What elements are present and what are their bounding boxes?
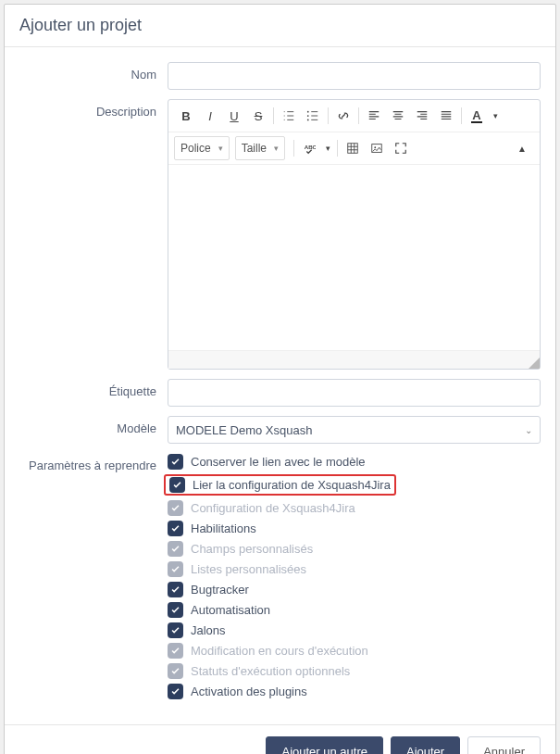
param-item: Listes personnalisées xyxy=(168,560,541,578)
spellcheck-icon[interactable]: ABC xyxy=(297,136,321,160)
param-label: Bugtracker xyxy=(191,583,249,597)
chevron-down-icon: ⌄ xyxy=(525,425,532,435)
checkbox[interactable] xyxy=(168,684,183,699)
param-label: Listes personnalisées xyxy=(191,562,306,576)
param-label: Lier la configuration de Xsquash4Jira xyxy=(193,478,391,492)
params-checkbox-list: Conserver le lien avec le modèleLier la … xyxy=(168,453,541,700)
svg-point-0 xyxy=(307,111,309,113)
checkbox xyxy=(168,643,183,659)
align-right-icon[interactable] xyxy=(410,104,434,128)
param-item: Champs personnalisés xyxy=(168,540,541,558)
add-another-button[interactable]: Ajouter un autre xyxy=(266,736,383,754)
param-label: Jalons xyxy=(191,623,226,637)
align-center-icon[interactable] xyxy=(386,104,410,128)
text-color-icon[interactable]: A xyxy=(465,104,489,128)
rich-text-editor: B I U S xyxy=(168,99,541,370)
param-item: Habilitations xyxy=(168,520,541,537)
description-label: Description xyxy=(19,99,168,119)
text-color-dropdown-icon[interactable]: ▾ xyxy=(489,104,502,128)
editor-statusbar xyxy=(168,350,540,369)
param-label: Habilitations xyxy=(191,522,256,535)
param-item: Modification en cours d'exécution xyxy=(168,642,541,660)
param-item: Configuration de Xsquash4Jira xyxy=(168,499,541,517)
svg-point-2 xyxy=(307,119,309,121)
name-input[interactable] xyxy=(168,62,541,90)
link-icon[interactable] xyxy=(331,104,355,128)
param-label: Automatisation xyxy=(191,603,270,617)
model-selected-value: MODELE Demo Xsquash xyxy=(176,423,312,437)
ordered-list-icon[interactable] xyxy=(277,104,301,128)
add-button[interactable]: Ajouter xyxy=(391,736,460,754)
table-icon[interactable] xyxy=(341,136,365,160)
param-label: Statuts d'exécution optionnels xyxy=(191,664,350,678)
add-project-dialog: Ajouter un projet Nom Description B I U … xyxy=(4,4,556,754)
checkbox xyxy=(168,663,183,679)
checkbox xyxy=(168,561,183,577)
model-label: Modèle xyxy=(19,416,168,435)
unordered-list-icon[interactable] xyxy=(301,104,325,128)
name-label: Nom xyxy=(19,62,168,82)
checkbox xyxy=(168,541,183,557)
dialog-footer: Ajouter un autre Ajouter Annuler xyxy=(5,724,555,754)
fullscreen-icon[interactable] xyxy=(389,136,413,160)
bold-icon[interactable]: B xyxy=(174,104,198,128)
checkbox[interactable] xyxy=(168,582,183,597)
dialog-body: Nom Description B I U S xyxy=(5,47,555,724)
resize-handle-icon[interactable] xyxy=(529,358,540,369)
model-select[interactable]: MODELE Demo Xsquash ⌄ xyxy=(168,416,541,444)
param-item: Automatisation xyxy=(168,601,541,619)
cancel-button[interactable]: Annuler xyxy=(467,736,541,754)
strikethrough-icon[interactable]: S xyxy=(246,104,270,128)
svg-point-6 xyxy=(374,146,376,148)
checkbox[interactable] xyxy=(168,622,183,638)
param-label: Modification en cours d'exécution xyxy=(191,644,368,658)
param-item: Lier la configuration de Xsquash4Jira xyxy=(164,474,396,496)
param-item: Activation des plugins xyxy=(168,683,541,700)
checkbox[interactable] xyxy=(169,477,185,493)
italic-icon[interactable]: I xyxy=(198,104,222,128)
align-justify-icon[interactable] xyxy=(434,104,458,128)
params-label: Paramètres à reprendre xyxy=(19,453,168,472)
svg-point-1 xyxy=(307,115,309,117)
font-size-select[interactable]: Taille xyxy=(235,136,285,160)
param-label: Activation des plugins xyxy=(191,685,307,698)
param-label: Conserver le lien avec le modèle xyxy=(191,455,366,469)
image-icon[interactable] xyxy=(365,136,389,160)
collapse-toolbar-icon[interactable]: ▲ xyxy=(510,136,534,160)
param-item: Conserver le lien avec le modèle xyxy=(168,453,541,471)
checkbox xyxy=(168,500,183,516)
spellcheck-dropdown-icon[interactable]: ▾ xyxy=(321,136,334,160)
checkbox[interactable] xyxy=(168,521,183,536)
description-textarea[interactable] xyxy=(168,165,540,350)
tag-label: Étiquette xyxy=(19,379,168,398)
checkbox[interactable] xyxy=(168,602,183,618)
underline-icon[interactable]: U xyxy=(222,104,246,128)
font-family-select[interactable]: Police xyxy=(174,136,230,160)
param-label: Configuration de Xsquash4Jira xyxy=(191,501,355,515)
param-label: Champs personnalisés xyxy=(191,542,313,556)
param-item: Bugtracker xyxy=(168,581,541,598)
editor-toolbar-row2: Police Taille ABC ▾ xyxy=(168,132,540,165)
tag-input[interactable] xyxy=(168,379,541,407)
svg-text:ABC: ABC xyxy=(305,144,316,150)
align-left-icon[interactable] xyxy=(362,104,386,128)
svg-rect-4 xyxy=(348,144,358,154)
dialog-title: Ajouter un projet xyxy=(5,5,555,47)
param-item: Jalons xyxy=(168,622,541,639)
editor-toolbar-row1: B I U S xyxy=(168,100,540,132)
param-item: Statuts d'exécution optionnels xyxy=(168,662,541,680)
checkbox[interactable] xyxy=(168,454,183,470)
